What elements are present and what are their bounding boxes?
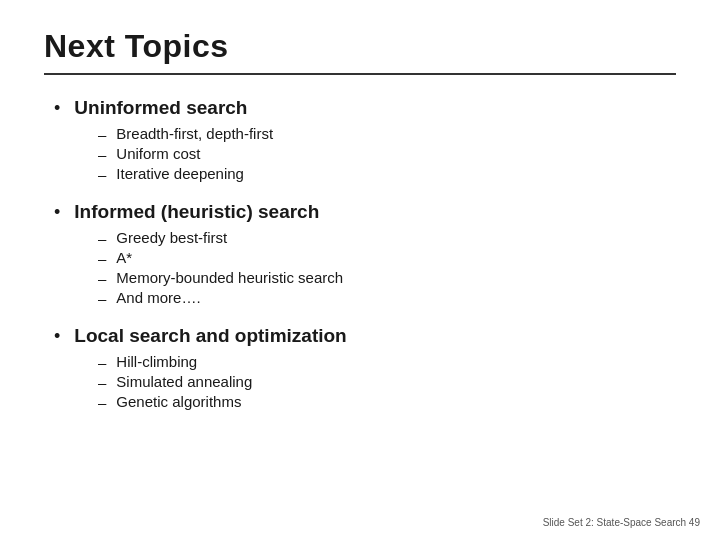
sub-items-3: – Hill-climbing – Simulated annealing – … (98, 353, 676, 411)
dash-icon: – (98, 394, 106, 411)
sub-item-3-2: – Genetic algorithms (98, 393, 676, 411)
sub-item-2-1: – A* (98, 249, 676, 267)
sub-text-1-1: Uniform cost (116, 145, 200, 162)
sub-item-3-0: – Hill-climbing (98, 353, 676, 371)
dash-icon: – (98, 290, 106, 307)
sub-text-3-1: Simulated annealing (116, 373, 252, 390)
slide-container: Next Topics • Uninformed search – Breadt… (0, 0, 720, 540)
sub-item-3-1: – Simulated annealing (98, 373, 676, 391)
bullet-item-2: • Informed (heuristic) search (54, 201, 676, 223)
section-1-label: Uninformed search (74, 97, 247, 119)
sub-text-1-0: Breadth-first, depth-first (116, 125, 273, 142)
section-informed-search: • Informed (heuristic) search – Greedy b… (54, 201, 676, 307)
sub-text-1-2: Iterative deepening (116, 165, 244, 182)
sub-text-2-1: A* (116, 249, 132, 266)
slide-title: Next Topics (44, 28, 676, 65)
bullet-dot-1: • (54, 98, 60, 119)
slide-footer: Slide Set 2: State-Space Search 49 (543, 517, 700, 528)
sub-text-2-2: Memory-bounded heuristic search (116, 269, 343, 286)
dash-icon: – (98, 354, 106, 371)
dash-icon: – (98, 270, 106, 287)
sub-text-2-0: Greedy best-first (116, 229, 227, 246)
sub-item-1-1: – Uniform cost (98, 145, 676, 163)
sub-text-3-2: Genetic algorithms (116, 393, 241, 410)
sub-item-1-2: – Iterative deepening (98, 165, 676, 183)
section-3-label: Local search and optimization (74, 325, 346, 347)
title-divider (44, 73, 676, 75)
bullet-dot-2: • (54, 202, 60, 223)
dash-icon: – (98, 230, 106, 247)
section-2-label: Informed (heuristic) search (74, 201, 319, 223)
dash-icon: – (98, 374, 106, 391)
sub-item-2-3: – And more…. (98, 289, 676, 307)
sub-text-3-0: Hill-climbing (116, 353, 197, 370)
sub-text-2-3: And more…. (116, 289, 200, 306)
bullet-dot-3: • (54, 326, 60, 347)
dash-icon: – (98, 126, 106, 143)
sub-items-1: – Breadth-first, depth-first – Uniform c… (98, 125, 676, 183)
section-uninformed-search: • Uninformed search – Breadth-first, dep… (54, 97, 676, 183)
section-local-search: • Local search and optimization – Hill-c… (54, 325, 676, 411)
sub-item-2-2: – Memory-bounded heuristic search (98, 269, 676, 287)
dash-icon: – (98, 250, 106, 267)
sub-item-1-0: – Breadth-first, depth-first (98, 125, 676, 143)
sub-item-2-0: – Greedy best-first (98, 229, 676, 247)
dash-icon: – (98, 146, 106, 163)
bullet-item-3: • Local search and optimization (54, 325, 676, 347)
bullet-item-1: • Uninformed search (54, 97, 676, 119)
dash-icon: – (98, 166, 106, 183)
content-area: • Uninformed search – Breadth-first, dep… (44, 97, 676, 411)
sub-items-2: – Greedy best-first – A* – Memory-bounde… (98, 229, 676, 307)
